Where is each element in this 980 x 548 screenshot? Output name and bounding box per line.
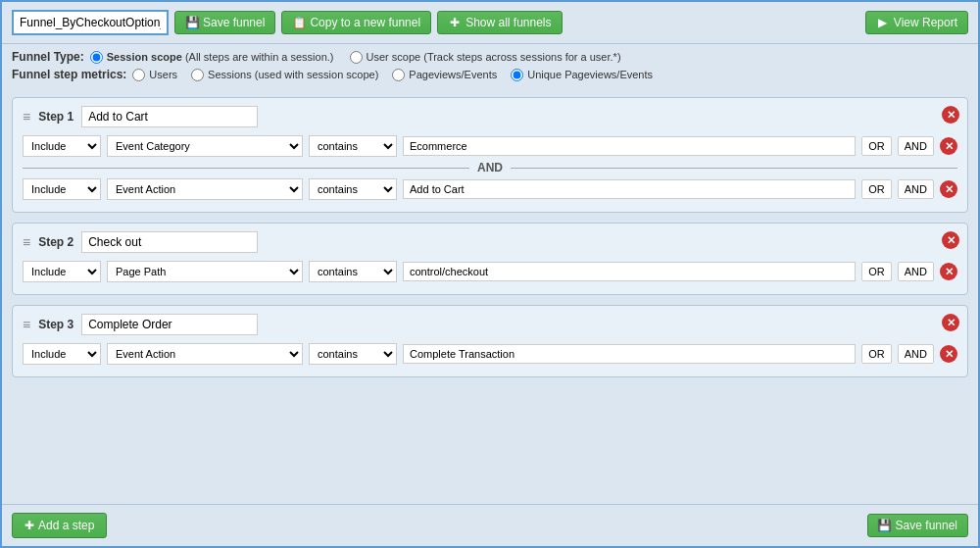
step-2-cond1-value-input[interactable] <box>403 262 856 281</box>
list-icon: ✚ <box>448 16 462 29</box>
show-all-funnels-button[interactable]: ✚ Show all funnels <box>437 11 562 34</box>
toolbar: 💾 Save funnel 📋 Copy to a new funnel ✚ S… <box>2 2 978 44</box>
step-1-cond2-dimension-select[interactable]: Event Action Event Category Page Path <box>107 178 303 200</box>
footer-save-icon: 💾 <box>878 519 892 532</box>
funnel-type-options: Session scope (All steps are within a se… <box>90 51 621 64</box>
funnel-name-input[interactable] <box>12 10 169 35</box>
footer: ✚ Add a step 💾 Save funnel <box>2 504 978 546</box>
step-3-drag-handle[interactable]: ≡ <box>23 317 30 332</box>
step-2-cond1-dimension-select[interactable]: Page Path Event Category Event Action <box>107 261 303 282</box>
step-block-2: ≡ Step 2 ✕ Include Exclude Page Path Eve… <box>12 223 968 295</box>
step-3-cond1-include-select[interactable]: Include Exclude <box>23 343 101 365</box>
add-step-button[interactable]: ✚ Add a step <box>12 513 107 538</box>
step-1-cond1-operator-select[interactable]: contains exactly matches begins with <box>309 135 397 157</box>
step-1-label: Step 1 <box>38 110 74 124</box>
content-area: ≡ Step 1 ✕ Include Exclude Event Categor… <box>2 89 978 504</box>
step-1-cond2-and-button[interactable]: AND <box>898 179 934 199</box>
step-1-cond2-operator-select[interactable]: contains exactly matches begins with <box>309 178 397 200</box>
step-2-cond1-include-select[interactable]: Include Exclude <box>23 261 101 282</box>
step-3-close-button[interactable]: ✕ <box>942 314 959 331</box>
step-2-condition-1: Include Exclude Page Path Event Category… <box>23 261 957 282</box>
funnel-metrics-options: Users Sessions (used with session scope)… <box>132 69 653 81</box>
step-1-cond1-value-input[interactable] <box>403 136 856 156</box>
user-scope-radio[interactable] <box>350 51 363 64</box>
step-2-cond1-remove-button[interactable]: ✕ <box>940 263 957 280</box>
step-block-3: ≡ Step 3 ✕ Include Exclude Event Action … <box>12 305 968 377</box>
save-icon: 💾 <box>185 16 199 29</box>
step-1-cond2-include-select[interactable]: Include Exclude <box>23 178 101 200</box>
step-1-cond1-dimension-select[interactable]: Event Category Event Action Page Path <box>107 135 303 157</box>
copy-icon: 📋 <box>292 16 306 29</box>
pageviews-radio[interactable] <box>392 69 405 81</box>
unique-pageviews-label[interactable]: Unique Pageviews/Events <box>527 69 653 80</box>
step-1-name-input[interactable] <box>81 106 258 127</box>
step-1-close-button[interactable]: ✕ <box>942 106 959 124</box>
step-3-cond1-remove-button[interactable]: ✕ <box>940 345 957 363</box>
step-3-cond1-operator-select[interactable]: contains exactly matches begins with <box>309 343 397 365</box>
step-1-drag-handle[interactable]: ≡ <box>23 109 30 125</box>
step-1-condition-1: Include Exclude Event Category Event Act… <box>23 135 957 157</box>
and-line-right <box>511 168 957 169</box>
step-3-cond1-value-input[interactable] <box>403 344 856 364</box>
step-1-cond2-remove-button[interactable]: ✕ <box>940 180 957 198</box>
step-block-1: ≡ Step 1 ✕ Include Exclude Event Categor… <box>12 97 968 213</box>
funnel-type-row: Funnel Type: Session scope (All steps ar… <box>12 50 968 64</box>
step-1-and-divider: AND <box>23 161 957 174</box>
sessions-radio[interactable] <box>191 69 204 81</box>
sessions-label[interactable]: Sessions (used with session scope) <box>208 69 378 80</box>
users-radio[interactable] <box>132 69 145 81</box>
settings-panel: Funnel Type: Session scope (All steps ar… <box>2 44 978 89</box>
save-funnel-button[interactable]: 💾 Save funnel <box>174 11 275 34</box>
step-3-label: Step 3 <box>38 318 74 331</box>
users-label[interactable]: Users <box>149 69 177 80</box>
report-icon: ▶ <box>876 16 890 29</box>
funnel-type-label: Funnel Type: <box>12 50 84 64</box>
and-label: AND <box>469 161 511 174</box>
step-1-cond1-remove-button[interactable]: ✕ <box>940 137 957 155</box>
main-container: 💾 Save funnel 📋 Copy to a new funnel ✚ S… <box>0 0 980 548</box>
step-2-close-button[interactable]: ✕ <box>942 231 959 249</box>
step-1-cond1-or-button[interactable]: OR <box>861 136 892 156</box>
funnel-step-metrics-label: Funnel step metrics: <box>12 68 126 81</box>
step-2-label: Step 2 <box>38 235 74 249</box>
step-1-header: ≡ Step 1 <box>23 106 957 127</box>
session-scope-label[interactable]: Session scope (All steps are within a se… <box>107 51 334 63</box>
add-icon: ✚ <box>24 519 34 532</box>
step-3-cond1-or-button[interactable]: OR <box>861 344 892 364</box>
step-3-condition-1: Include Exclude Event Action Event Categ… <box>23 343 957 365</box>
step-2-name-input[interactable] <box>81 231 258 253</box>
step-2-drag-handle[interactable]: ≡ <box>23 234 30 250</box>
user-scope-label[interactable]: User scope (Track steps across sessions … <box>367 51 621 63</box>
step-2-cond1-or-button[interactable]: OR <box>861 262 892 281</box>
step-1-cond1-and-button[interactable]: AND <box>898 136 934 156</box>
step-2-cond1-operator-select[interactable]: contains exactly matches begins with <box>309 261 397 282</box>
footer-save-funnel-button[interactable]: 💾 Save funnel <box>867 514 968 537</box>
step-3-name-input[interactable] <box>81 314 258 335</box>
funnel-metrics-row: Funnel step metrics: Users Sessions (use… <box>12 68 968 81</box>
and-line-left <box>23 168 469 169</box>
view-report-button[interactable]: ▶ View Report <box>865 11 968 34</box>
step-1-cond2-value-input[interactable] <box>403 179 856 199</box>
unique-pageviews-radio[interactable] <box>511 69 523 81</box>
step-2-header: ≡ Step 2 <box>23 231 957 253</box>
step-3-cond1-and-button[interactable]: AND <box>898 344 934 364</box>
step-3-header: ≡ Step 3 <box>23 314 957 335</box>
step-1-cond2-or-button[interactable]: OR <box>861 179 892 199</box>
step-1-condition-2: Include Exclude Event Action Event Categ… <box>23 178 957 200</box>
copy-funnel-button[interactable]: 📋 Copy to a new funnel <box>281 11 431 34</box>
step-3-cond1-dimension-select[interactable]: Event Action Event Category Page Path <box>107 343 303 365</box>
pageviews-label[interactable]: Pageviews/Events <box>409 69 497 80</box>
step-2-cond1-and-button[interactable]: AND <box>898 262 934 281</box>
session-scope-radio[interactable] <box>90 51 103 64</box>
step-1-cond1-include-select[interactable]: Include Exclude <box>23 135 101 157</box>
